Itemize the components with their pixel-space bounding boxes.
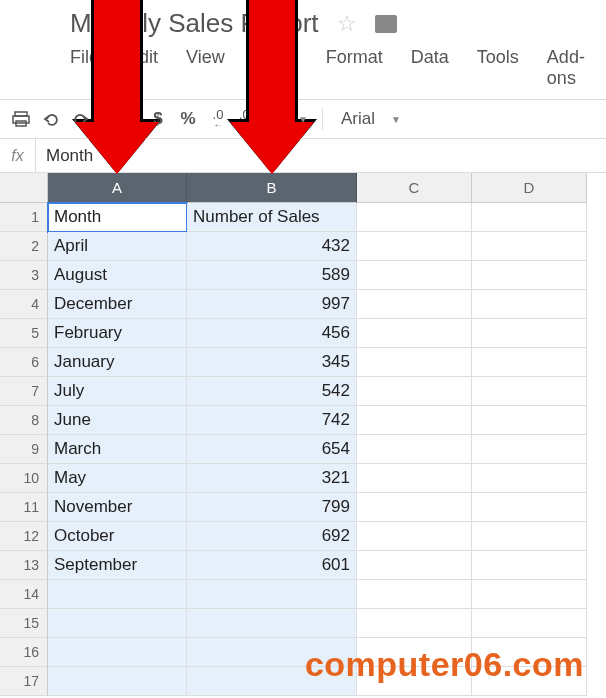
cell[interactable]: 345 bbox=[187, 348, 357, 377]
row-header[interactable]: 1 bbox=[0, 203, 48, 232]
cell[interactable] bbox=[357, 493, 472, 522]
cell[interactable] bbox=[357, 261, 472, 290]
select-all-corner[interactable] bbox=[0, 173, 48, 203]
formula-value[interactable]: Month bbox=[36, 146, 93, 166]
row-header[interactable]: 2 bbox=[0, 232, 48, 261]
cell[interactable]: 542 bbox=[187, 377, 357, 406]
cell[interactable]: July bbox=[48, 377, 187, 406]
cell[interactable] bbox=[357, 522, 472, 551]
cell[interactable] bbox=[472, 435, 587, 464]
col-header-a[interactable]: A bbox=[48, 173, 187, 203]
menu-data[interactable]: Data bbox=[411, 47, 449, 89]
cell[interactable] bbox=[472, 261, 587, 290]
row-header[interactable]: 14 bbox=[0, 580, 48, 609]
cell[interactable] bbox=[472, 464, 587, 493]
redo-icon[interactable] bbox=[68, 106, 94, 132]
cell[interactable] bbox=[472, 348, 587, 377]
cell[interactable]: August bbox=[48, 261, 187, 290]
menu-insert[interactable]: Insert bbox=[253, 47, 298, 89]
undo-icon[interactable] bbox=[38, 106, 64, 132]
percent-button[interactable]: % bbox=[175, 106, 201, 132]
cell[interactable]: December bbox=[48, 290, 187, 319]
cell[interactable] bbox=[472, 406, 587, 435]
cell[interactable] bbox=[187, 580, 357, 609]
print-icon[interactable] bbox=[8, 106, 34, 132]
cell[interactable]: 692 bbox=[187, 522, 357, 551]
cell[interactable] bbox=[472, 580, 587, 609]
menu-tools[interactable]: Tools bbox=[477, 47, 519, 89]
cell[interactable] bbox=[357, 609, 472, 638]
cell[interactable] bbox=[357, 551, 472, 580]
cell[interactable] bbox=[472, 290, 587, 319]
row-header[interactable]: 10 bbox=[0, 464, 48, 493]
row-header[interactable]: 3 bbox=[0, 261, 48, 290]
cell[interactable] bbox=[357, 319, 472, 348]
row-header[interactable]: 13 bbox=[0, 551, 48, 580]
cell[interactable]: November bbox=[48, 493, 187, 522]
cell[interactable] bbox=[472, 377, 587, 406]
number-format-button[interactable]: 123▼ bbox=[265, 106, 312, 132]
row-header[interactable]: 7 bbox=[0, 377, 48, 406]
cell[interactable]: February bbox=[48, 319, 187, 348]
cell[interactable] bbox=[48, 638, 187, 667]
cell[interactable]: 321 bbox=[187, 464, 357, 493]
cell[interactable]: March bbox=[48, 435, 187, 464]
cell[interactable]: 742 bbox=[187, 406, 357, 435]
cell[interactable] bbox=[472, 551, 587, 580]
cell[interactable] bbox=[357, 232, 472, 261]
cell[interactable] bbox=[472, 319, 587, 348]
row-header[interactable]: 8 bbox=[0, 406, 48, 435]
cell[interactable]: January bbox=[48, 348, 187, 377]
cell[interactable]: September bbox=[48, 551, 187, 580]
paint-format-icon[interactable] bbox=[98, 106, 124, 132]
cell[interactable] bbox=[357, 464, 472, 493]
cell[interactable] bbox=[187, 609, 357, 638]
row-header[interactable]: 17 bbox=[0, 667, 48, 696]
cell[interactable] bbox=[48, 667, 187, 696]
cell[interactable]: October bbox=[48, 522, 187, 551]
cell[interactable] bbox=[472, 232, 587, 261]
cell[interactable] bbox=[357, 377, 472, 406]
star-icon[interactable]: ☆ bbox=[337, 11, 357, 37]
cell[interactable] bbox=[357, 290, 472, 319]
row-header[interactable]: 4 bbox=[0, 290, 48, 319]
cell[interactable] bbox=[357, 203, 472, 232]
cell[interactable]: 799 bbox=[187, 493, 357, 522]
row-header[interactable]: 16 bbox=[0, 638, 48, 667]
currency-button[interactable]: $ bbox=[145, 106, 171, 132]
cell[interactable]: Number of Sales bbox=[187, 203, 357, 232]
cell[interactable] bbox=[357, 406, 472, 435]
cell[interactable] bbox=[472, 493, 587, 522]
cell[interactable] bbox=[357, 435, 472, 464]
cell[interactable]: 432 bbox=[187, 232, 357, 261]
cell[interactable] bbox=[357, 580, 472, 609]
row-header[interactable]: 5 bbox=[0, 319, 48, 348]
col-header-d[interactable]: D bbox=[472, 173, 587, 203]
font-select[interactable]: Arial bbox=[333, 109, 383, 129]
menu-format[interactable]: Format bbox=[326, 47, 383, 89]
chevron-down-icon[interactable]: ▼ bbox=[391, 114, 401, 125]
cell[interactable] bbox=[48, 580, 187, 609]
folder-icon[interactable] bbox=[375, 15, 397, 33]
cell[interactable] bbox=[472, 609, 587, 638]
cell[interactable]: 601 bbox=[187, 551, 357, 580]
row-header[interactable]: 9 bbox=[0, 435, 48, 464]
decrease-decimal-button[interactable]: .0← bbox=[205, 106, 231, 132]
increase-decimal-button[interactable]: .00→ bbox=[235, 106, 261, 132]
menu-edit[interactable]: Edit bbox=[127, 47, 158, 89]
menu-view[interactable]: View bbox=[186, 47, 225, 89]
cell[interactable]: June bbox=[48, 406, 187, 435]
row-header[interactable]: 12 bbox=[0, 522, 48, 551]
cell[interactable]: 654 bbox=[187, 435, 357, 464]
cell[interactable] bbox=[48, 609, 187, 638]
cell[interactable]: 456 bbox=[187, 319, 357, 348]
cell[interactable] bbox=[357, 348, 472, 377]
row-header[interactable]: 15 bbox=[0, 609, 48, 638]
cell[interactable]: 997 bbox=[187, 290, 357, 319]
cell[interactable] bbox=[472, 203, 587, 232]
menu-addons[interactable]: Add-ons bbox=[547, 47, 596, 89]
cell[interactable]: 589 bbox=[187, 261, 357, 290]
col-header-b[interactable]: B bbox=[187, 173, 357, 203]
cell[interactable]: May bbox=[48, 464, 187, 493]
row-header[interactable]: 11 bbox=[0, 493, 48, 522]
